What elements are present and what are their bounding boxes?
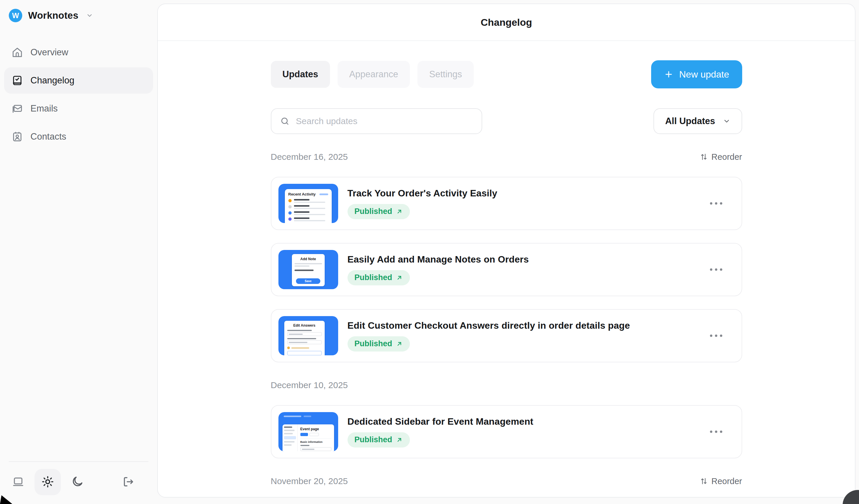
reorder-icon <box>700 153 708 161</box>
section-date: December 10, 2025 <box>271 380 348 390</box>
app-window: W Worknotes Overview Changelog <box>0 0 859 504</box>
arrow-up-right-icon <box>396 208 403 215</box>
sidebar-footer <box>0 461 157 504</box>
card-body: Track Your Order's Activity Easily Publi… <box>348 188 497 219</box>
update-title: Dedicated Sidebar for Event Management <box>348 416 533 427</box>
sidebar-item-changelog[interactable]: Changelog <box>4 67 153 94</box>
sidebar-item-overview[interactable]: Overview <box>4 39 153 65</box>
update-card[interactable]: Recent Activity Track Your Order's Activ… <box>271 177 742 230</box>
tab-appearance[interactable]: Appearance <box>337 61 410 88</box>
update-thumbnail: Add NoteSave <box>278 250 338 289</box>
status-badge[interactable]: Published <box>348 336 410 352</box>
update-card[interactable]: Add NoteSave Easily Add and Manage Notes… <box>271 243 742 296</box>
main-panel: Changelog Updates Appearance Settings Ne… <box>157 3 856 498</box>
status-badge[interactable]: Published <box>348 270 410 285</box>
card-list: Recent Activity Track Your Order's Activ… <box>271 177 742 362</box>
card-list: Event pageBasic information Dedicated Si… <box>271 405 742 458</box>
update-thumbnail: Edit Answers <box>278 316 338 355</box>
laptop-icon <box>12 475 25 489</box>
filter-label: All Updates <box>665 116 715 126</box>
card-menu-button[interactable] <box>707 428 725 436</box>
sidebar-item-label: Emails <box>30 103 58 114</box>
reorder-button[interactable]: Reorder <box>700 152 742 162</box>
status-label: Published <box>355 339 392 348</box>
tab-settings[interactable]: Settings <box>418 61 474 88</box>
chevron-down-icon <box>723 117 730 125</box>
sidebar-nav: Overview Changelog Emails Contacts <box>0 39 157 150</box>
sidebar-item-label: Contacts <box>30 132 66 142</box>
status-badge[interactable]: Published <box>348 432 410 447</box>
reorder-button[interactable]: Reorder <box>700 476 742 486</box>
section-header: December 10, 2025 Reorder <box>271 379 742 391</box>
sidebar: W Worknotes Overview Changelog <box>0 0 157 504</box>
section-header: December 16, 2025 Reorder <box>271 151 742 163</box>
moon-icon <box>71 475 84 489</box>
changelog-icon <box>12 75 23 86</box>
update-thumbnail: Event pageBasic information <box>278 412 338 451</box>
search-box <box>271 108 482 134</box>
logout-button[interactable] <box>122 476 134 489</box>
page-title: Changelog <box>481 17 532 28</box>
mail-icon <box>12 103 23 114</box>
sidebar-item-label: Overview <box>30 47 68 58</box>
status-label: Published <box>355 273 392 282</box>
workspace-avatar: W <box>9 9 22 22</box>
tab-bar: Updates Appearance Settings <box>271 61 474 88</box>
arrow-up-right-icon <box>396 437 403 443</box>
card-body: Easily Add and Manage Notes on Orders Pu… <box>348 254 529 285</box>
tab-updates[interactable]: Updates <box>271 61 330 88</box>
toolbar: Updates Appearance Settings New update <box>271 60 742 88</box>
status-label: Published <box>355 207 392 216</box>
new-update-label: New update <box>679 69 729 80</box>
reorder-label: Reorder <box>711 152 742 162</box>
home-icon <box>12 47 23 58</box>
chevron-down-icon <box>86 12 93 19</box>
search-row: All Updates <box>271 108 742 134</box>
changelog-section: November 20, 2025 Reorder <box>271 475 742 498</box>
reorder-icon <box>700 477 708 485</box>
status-badge[interactable]: Published <box>348 204 410 219</box>
arrow-up-right-icon <box>396 340 403 347</box>
reorder-label: Reorder <box>711 476 742 486</box>
arrow-up-right-icon <box>396 274 403 281</box>
sun-icon <box>41 475 54 489</box>
logout-icon <box>122 476 134 489</box>
section-date: December 16, 2025 <box>271 152 348 162</box>
sidebar-item-label: Changelog <box>30 75 74 86</box>
content: Updates Appearance Settings New update <box>271 41 742 498</box>
light-theme-button[interactable] <box>34 469 61 495</box>
changelog-section: December 10, 2025 Reorder Event pageBasi… <box>271 379 742 458</box>
update-title: Easily Add and Manage Notes on Orders <box>348 254 529 265</box>
card-body: Dedicated Sidebar for Event Management P… <box>348 416 533 447</box>
workspace-name: Worknotes <box>28 10 78 21</box>
contacts-icon <box>12 131 23 142</box>
sections: December 16, 2025 Reorder Recent Activit… <box>271 151 742 498</box>
plus-icon <box>664 70 673 79</box>
sidebar-item-contacts[interactable]: Contacts <box>4 123 153 150</box>
search-input[interactable] <box>296 116 473 126</box>
update-card[interactable]: Event pageBasic information Dedicated Si… <box>271 405 742 458</box>
section-header: November 20, 2025 Reorder <box>271 475 742 487</box>
card-body: Edit Customer Checkout Answers directly … <box>348 320 630 352</box>
card-menu-button[interactable] <box>707 332 725 340</box>
card-menu-button[interactable] <box>707 265 725 274</box>
page-header: Changelog <box>158 4 855 41</box>
changelog-section: December 16, 2025 Reorder Recent Activit… <box>271 151 742 362</box>
dark-theme-button[interactable] <box>71 475 84 489</box>
update-title: Track Your Order's Activity Easily <box>348 188 497 199</box>
new-update-button[interactable]: New update <box>651 60 742 88</box>
update-title: Edit Customer Checkout Answers directly … <box>348 320 630 331</box>
status-label: Published <box>355 435 392 444</box>
updates-filter-dropdown[interactable]: All Updates <box>653 108 742 134</box>
section-date: November 20, 2025 <box>271 476 348 486</box>
update-card[interactable]: Edit Answers Edit Customer Checkout Answ… <box>271 309 742 362</box>
sidebar-item-emails[interactable]: Emails <box>4 95 153 122</box>
system-theme-button[interactable] <box>12 475 25 489</box>
card-menu-button[interactable] <box>707 199 725 208</box>
search-icon <box>280 117 289 126</box>
workspace-switcher[interactable]: W Worknotes <box>0 0 157 22</box>
update-thumbnail: Recent Activity <box>278 184 338 223</box>
